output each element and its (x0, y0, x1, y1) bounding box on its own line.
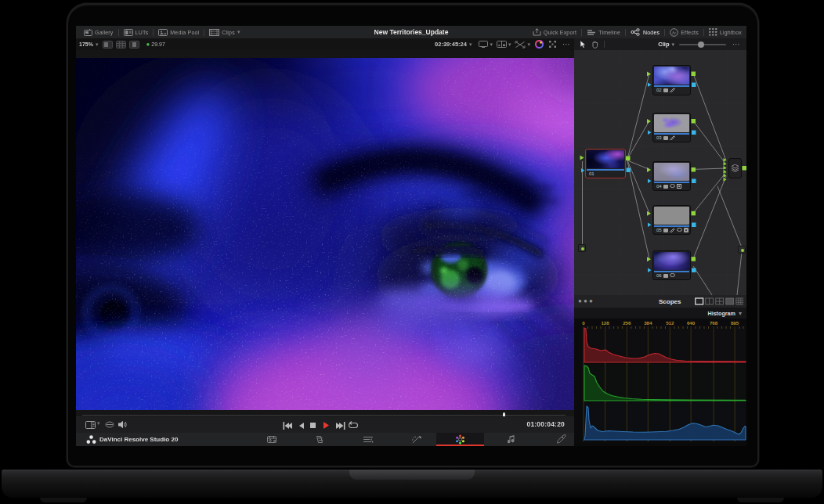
svg-text:256: 256 (623, 320, 631, 326)
svg-text:384: 384 (644, 320, 652, 326)
svg-text:0: 0 (582, 320, 585, 326)
svg-text:768: 768 (710, 320, 718, 326)
svg-text:128: 128 (601, 320, 609, 326)
svg-text:640: 640 (687, 320, 696, 326)
svg-text:895: 895 (731, 320, 739, 326)
svg-text:512: 512 (666, 320, 674, 326)
svg-text:fx: fx (672, 30, 676, 34)
